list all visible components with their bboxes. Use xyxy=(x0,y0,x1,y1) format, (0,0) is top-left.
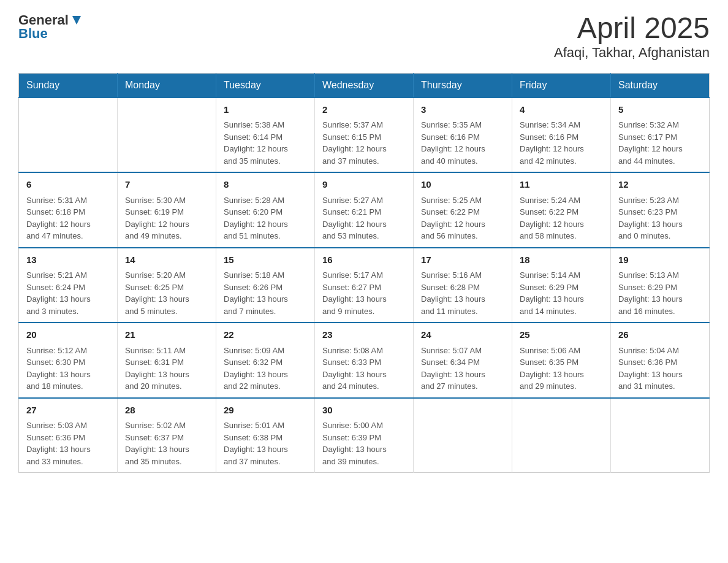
day-info: Sunrise: 5:32 AM Sunset: 6:17 PM Dayligh… xyxy=(618,119,702,167)
day-number: 15 xyxy=(224,253,307,267)
day-info: Sunrise: 5:34 AM Sunset: 6:16 PM Dayligh… xyxy=(520,119,603,167)
calendar-cell: 28Sunrise: 5:02 AM Sunset: 6:37 PM Dayli… xyxy=(118,398,216,473)
calendar-cell: 19Sunrise: 5:13 AM Sunset: 6:29 PM Dayli… xyxy=(611,248,710,323)
day-info: Sunrise: 5:38 AM Sunset: 6:14 PM Dayligh… xyxy=(224,119,307,167)
day-info: Sunrise: 5:07 AM Sunset: 6:34 PM Dayligh… xyxy=(421,345,504,393)
calendar-cell: 30Sunrise: 5:00 AM Sunset: 6:39 PM Dayli… xyxy=(315,398,414,473)
calendar-cell: 8Sunrise: 5:28 AM Sunset: 6:20 PM Daylig… xyxy=(216,172,315,248)
day-number: 20 xyxy=(26,328,110,342)
calendar-cell: 7Sunrise: 5:30 AM Sunset: 6:19 PM Daylig… xyxy=(118,172,216,248)
day-info: Sunrise: 5:12 AM Sunset: 6:30 PM Dayligh… xyxy=(26,345,110,393)
weekday-header-tuesday: Tuesday xyxy=(216,73,315,98)
weekday-header-sunday: Sunday xyxy=(19,73,118,98)
day-number: 29 xyxy=(224,404,307,418)
day-info: Sunrise: 5:09 AM Sunset: 6:32 PM Dayligh… xyxy=(224,345,307,393)
calendar-week-row: 27Sunrise: 5:03 AM Sunset: 6:36 PM Dayli… xyxy=(19,398,710,473)
day-number: 4 xyxy=(520,103,603,117)
calendar-cell: 13Sunrise: 5:21 AM Sunset: 6:24 PM Dayli… xyxy=(19,248,118,323)
day-info: Sunrise: 5:37 AM Sunset: 6:15 PM Dayligh… xyxy=(322,119,406,167)
calendar-cell: 27Sunrise: 5:03 AM Sunset: 6:36 PM Dayli… xyxy=(19,398,118,473)
day-number: 24 xyxy=(421,328,504,342)
calendar-cell: 18Sunrise: 5:14 AM Sunset: 6:29 PM Dayli… xyxy=(512,248,611,323)
day-number: 2 xyxy=(322,103,406,117)
day-info: Sunrise: 5:13 AM Sunset: 6:29 PM Dayligh… xyxy=(618,269,702,317)
day-number: 16 xyxy=(322,253,406,267)
day-info: Sunrise: 5:06 AM Sunset: 6:35 PM Dayligh… xyxy=(520,345,603,393)
calendar-cell xyxy=(611,398,710,473)
calendar-cell: 6Sunrise: 5:31 AM Sunset: 6:18 PM Daylig… xyxy=(19,172,118,248)
calendar-cell: 14Sunrise: 5:20 AM Sunset: 6:25 PM Dayli… xyxy=(118,248,216,323)
calendar-cell xyxy=(19,98,118,173)
day-number: 30 xyxy=(322,404,406,418)
calendar-cell xyxy=(512,398,611,473)
calendar-cell: 21Sunrise: 5:11 AM Sunset: 6:31 PM Dayli… xyxy=(118,323,216,398)
day-info: Sunrise: 5:02 AM Sunset: 6:37 PM Dayligh… xyxy=(125,419,208,467)
calendar-cell: 4Sunrise: 5:34 AM Sunset: 6:16 PM Daylig… xyxy=(512,98,611,173)
day-number: 12 xyxy=(618,178,702,192)
day-info: Sunrise: 5:01 AM Sunset: 6:38 PM Dayligh… xyxy=(224,419,307,467)
calendar-cell xyxy=(118,98,216,173)
weekday-header-wednesday: Wednesday xyxy=(315,73,414,98)
day-info: Sunrise: 5:28 AM Sunset: 6:20 PM Dayligh… xyxy=(224,194,307,242)
weekday-header-saturday: Saturday xyxy=(611,73,710,98)
day-number: 21 xyxy=(125,328,208,342)
day-number: 28 xyxy=(125,404,208,418)
calendar-cell: 17Sunrise: 5:16 AM Sunset: 6:28 PM Dayli… xyxy=(414,248,512,323)
day-number: 17 xyxy=(421,253,504,267)
day-info: Sunrise: 5:35 AM Sunset: 6:16 PM Dayligh… xyxy=(421,119,504,167)
day-info: Sunrise: 5:14 AM Sunset: 6:29 PM Dayligh… xyxy=(520,269,603,317)
day-info: Sunrise: 5:20 AM Sunset: 6:25 PM Dayligh… xyxy=(125,269,208,317)
day-info: Sunrise: 5:18 AM Sunset: 6:26 PM Dayligh… xyxy=(224,269,307,317)
calendar-cell: 9Sunrise: 5:27 AM Sunset: 6:21 PM Daylig… xyxy=(315,172,414,248)
calendar-cell: 22Sunrise: 5:09 AM Sunset: 6:32 PM Dayli… xyxy=(216,323,315,398)
day-number: 26 xyxy=(618,328,702,342)
calendar-cell: 12Sunrise: 5:23 AM Sunset: 6:23 PM Dayli… xyxy=(611,172,710,248)
weekday-header-row: SundayMondayTuesdayWednesdayThursdayFrid… xyxy=(19,73,710,98)
day-info: Sunrise: 5:11 AM Sunset: 6:31 PM Dayligh… xyxy=(125,345,208,393)
calendar-cell: 26Sunrise: 5:04 AM Sunset: 6:36 PM Dayli… xyxy=(611,323,710,398)
day-info: Sunrise: 5:25 AM Sunset: 6:22 PM Dayligh… xyxy=(421,194,504,242)
day-number: 11 xyxy=(520,178,603,192)
svg-marker-0 xyxy=(72,16,81,25)
day-number: 8 xyxy=(224,178,307,192)
day-number: 27 xyxy=(26,404,110,418)
page-title: April 2025 xyxy=(554,12,710,45)
day-number: 22 xyxy=(224,328,307,342)
day-number: 18 xyxy=(520,253,603,267)
day-info: Sunrise: 5:21 AM Sunset: 6:24 PM Dayligh… xyxy=(26,269,110,317)
day-info: Sunrise: 5:23 AM Sunset: 6:23 PM Dayligh… xyxy=(618,194,702,242)
day-info: Sunrise: 5:24 AM Sunset: 6:22 PM Dayligh… xyxy=(520,194,603,242)
day-info: Sunrise: 5:16 AM Sunset: 6:28 PM Dayligh… xyxy=(421,269,504,317)
calendar-cell xyxy=(414,398,512,473)
day-number: 10 xyxy=(421,178,504,192)
calendar-week-row: 13Sunrise: 5:21 AM Sunset: 6:24 PM Dayli… xyxy=(19,248,710,323)
day-info: Sunrise: 5:03 AM Sunset: 6:36 PM Dayligh… xyxy=(26,419,110,467)
day-number: 1 xyxy=(224,103,307,117)
day-info: Sunrise: 5:00 AM Sunset: 6:39 PM Dayligh… xyxy=(322,419,406,467)
calendar-week-row: 6Sunrise: 5:31 AM Sunset: 6:18 PM Daylig… xyxy=(19,172,710,248)
logo: General Blue xyxy=(18,12,83,42)
calendar-cell: 10Sunrise: 5:25 AM Sunset: 6:22 PM Dayli… xyxy=(414,172,512,248)
calendar-header: SundayMondayTuesdayWednesdayThursdayFrid… xyxy=(19,73,710,98)
calendar-cell: 25Sunrise: 5:06 AM Sunset: 6:35 PM Dayli… xyxy=(512,323,611,398)
day-info: Sunrise: 5:04 AM Sunset: 6:36 PM Dayligh… xyxy=(618,345,702,393)
calendar-week-row: 20Sunrise: 5:12 AM Sunset: 6:30 PM Dayli… xyxy=(19,323,710,398)
calendar-table: SundayMondayTuesdayWednesdayThursdayFrid… xyxy=(18,73,710,473)
day-number: 14 xyxy=(125,253,208,267)
calendar-cell: 15Sunrise: 5:18 AM Sunset: 6:26 PM Dayli… xyxy=(216,248,315,323)
day-number: 23 xyxy=(322,328,406,342)
calendar-cell: 24Sunrise: 5:07 AM Sunset: 6:34 PM Dayli… xyxy=(414,323,512,398)
weekday-header-thursday: Thursday xyxy=(414,73,512,98)
day-info: Sunrise: 5:31 AM Sunset: 6:18 PM Dayligh… xyxy=(26,194,110,242)
logo-arrow-icon xyxy=(70,13,83,27)
day-info: Sunrise: 5:08 AM Sunset: 6:33 PM Dayligh… xyxy=(322,345,406,393)
calendar-body: 1Sunrise: 5:38 AM Sunset: 6:14 PM Daylig… xyxy=(19,98,710,473)
calendar-cell: 16Sunrise: 5:17 AM Sunset: 6:27 PM Dayli… xyxy=(315,248,414,323)
title-block: April 2025 Afaqi, Takhar, Afghanistan xyxy=(554,12,710,61)
calendar-cell: 20Sunrise: 5:12 AM Sunset: 6:30 PM Dayli… xyxy=(19,323,118,398)
day-info: Sunrise: 5:30 AM Sunset: 6:19 PM Dayligh… xyxy=(125,194,208,242)
calendar-cell: 11Sunrise: 5:24 AM Sunset: 6:22 PM Dayli… xyxy=(512,172,611,248)
calendar-cell: 29Sunrise: 5:01 AM Sunset: 6:38 PM Dayli… xyxy=(216,398,315,473)
day-number: 3 xyxy=(421,103,504,117)
calendar-cell: 1Sunrise: 5:38 AM Sunset: 6:14 PM Daylig… xyxy=(216,98,315,173)
